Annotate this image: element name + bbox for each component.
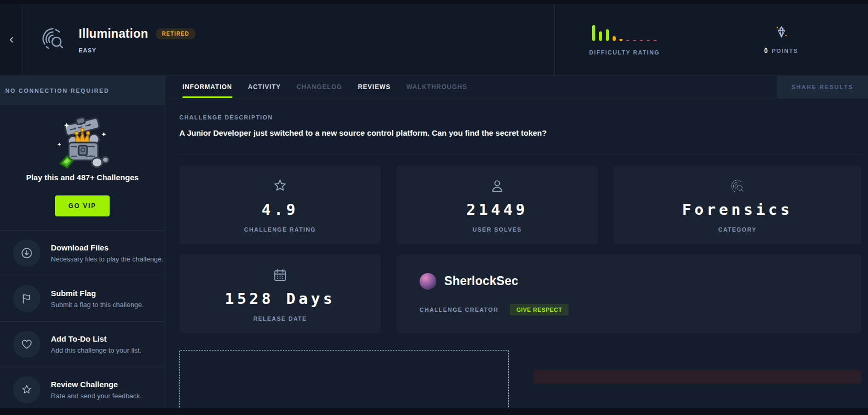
stat-card-release-date: 1528 Days RELEASE DATE bbox=[179, 255, 381, 333]
creator-name[interactable]: SherlockSec bbox=[444, 274, 518, 288]
alert-bar bbox=[533, 370, 861, 384]
sidebar-item-subtitle: Add this challenge to your list. bbox=[51, 346, 142, 354]
user-icon bbox=[489, 178, 506, 196]
points-value: 0POINTS bbox=[764, 47, 798, 54]
fingerprint-search-icon bbox=[729, 178, 746, 196]
sidebar-item-subtitle: Necessary files to play the challenge. bbox=[51, 255, 164, 263]
description-label: CHALLENGE DESCRIPTION bbox=[179, 114, 861, 121]
stat-card-solves: 21449 USER SOLVES bbox=[397, 166, 598, 244]
difficulty-label: EASY bbox=[79, 47, 196, 53]
review-placeholder-box bbox=[179, 350, 509, 415]
chevron-left-icon bbox=[8, 36, 15, 43]
reviews-row bbox=[179, 350, 861, 415]
star-icon bbox=[13, 376, 40, 403]
stats-row-1: 4.9 CHALLENGE RATING 21449 USER SOLVES bbox=[179, 166, 861, 244]
stat-label: USER SOLVES bbox=[473, 226, 522, 233]
main-panel: INFORMATION ACTIVITY CHANGELOG REVIEWS W… bbox=[165, 76, 868, 415]
challenge-title: Illumination bbox=[79, 27, 148, 41]
back-button[interactable] bbox=[0, 4, 23, 75]
gem-icon bbox=[775, 25, 788, 41]
difficulty-rating-label: DIFFICULTY RATING bbox=[589, 49, 660, 56]
creator-label: CHALLENGE CREATOR bbox=[420, 307, 498, 313]
stat-value: 4.9 bbox=[262, 201, 298, 219]
creator-card: SherlockSec CHALLENGE CREATOR GIVE RESPE… bbox=[397, 255, 861, 333]
sidebar-item-download-files[interactable]: Download Files Necessary files to play t… bbox=[0, 231, 165, 276]
creator-avatar[interactable] bbox=[420, 273, 436, 290]
challenge-header: Illumination RETIRED EASY DIFFICULTY RAT… bbox=[0, 4, 868, 76]
difficulty-rating-section: DIFFICULTY RATING bbox=[554, 4, 694, 75]
sidebar-item-submit-flag[interactable]: Submit Flag Submit a flag to this challe… bbox=[0, 276, 165, 322]
points-number: 0 bbox=[764, 47, 768, 54]
points-section: 0POINTS bbox=[694, 4, 868, 75]
tab-walkthroughs[interactable]: WALKTHROUGHS bbox=[406, 76, 467, 98]
vip-promo-text: Play this and 487+ Challenges bbox=[26, 173, 139, 182]
challenge-identity: Illumination RETIRED EASY bbox=[23, 4, 554, 75]
stat-value: 21449 bbox=[466, 201, 528, 219]
sidebar-item-title: Add To-Do List bbox=[51, 334, 142, 343]
stat-card-category: Forensics CATEGORY bbox=[614, 166, 861, 244]
challenge-page: Illumination RETIRED EASY DIFFICULTY RAT… bbox=[0, 0, 868, 415]
give-respect-button[interactable]: GIVE RESPECT bbox=[510, 304, 568, 315]
tab-changelog[interactable]: CHANGELOG bbox=[296, 76, 342, 98]
vip-promo: Play this and 487+ Challenges GO VIP bbox=[0, 105, 165, 231]
sidebar: NO CONNECTION REQUIRED bbox=[0, 76, 165, 415]
points-text: POINTS bbox=[771, 48, 798, 54]
description-section: CHALLENGE DESCRIPTION A Junior Developer… bbox=[179, 99, 861, 155]
download-icon bbox=[13, 239, 40, 267]
stat-value: Forensics bbox=[682, 201, 792, 219]
go-vip-button[interactable]: GO VIP bbox=[55, 195, 109, 216]
stat-label: CHALLENGE RATING bbox=[244, 226, 316, 233]
sidebar-item-add-todo[interactable]: Add To-Do List Add this challenge to you… bbox=[0, 322, 165, 367]
sidebar-item-review-challenge[interactable]: Review Challenge Rate and send your feed… bbox=[0, 367, 165, 413]
stat-card-rating: 4.9 CHALLENGE RATING bbox=[179, 166, 381, 244]
treasure-chest-illustration bbox=[51, 112, 114, 169]
tab-information[interactable]: INFORMATION bbox=[183, 76, 232, 98]
tab-reviews[interactable]: REVIEWS bbox=[358, 76, 390, 98]
flag-icon bbox=[13, 285, 40, 312]
calendar-icon bbox=[272, 267, 288, 286]
description-text: A Junior Developer just switched to a ne… bbox=[179, 128, 861, 137]
title-block: Illumination RETIRED EASY bbox=[79, 27, 196, 53]
tab-activity[interactable]: ACTIVITY bbox=[248, 76, 281, 98]
sidebar-item-subtitle: Submit a flag to this challenge. bbox=[51, 301, 144, 309]
difficulty-rating-chart bbox=[592, 24, 657, 41]
retired-badge: RETIRED bbox=[156, 28, 196, 39]
sidebar-item-title: Download Files bbox=[51, 243, 164, 252]
stat-value: 1528 Days bbox=[224, 290, 335, 308]
bottom-edge-strip bbox=[0, 408, 868, 415]
tab-bar: INFORMATION ACTIVITY CHANGELOG REVIEWS W… bbox=[165, 76, 868, 99]
sidebar-item-title: Submit Flag bbox=[51, 289, 144, 298]
fingerprint-search-icon bbox=[39, 25, 67, 55]
share-results-button[interactable]: SHARE RESULTS bbox=[777, 76, 868, 98]
sidebar-item-subtitle: Rate and send your feedback. bbox=[51, 392, 142, 400]
heart-icon bbox=[13, 331, 40, 358]
connection-banner: NO CONNECTION REQUIRED bbox=[0, 76, 165, 105]
top-edge-strip bbox=[0, 0, 868, 4]
stat-label: RELEASE DATE bbox=[253, 315, 307, 322]
stats-row-2: 1528 Days RELEASE DATE SherlockSec CHALL… bbox=[179, 255, 861, 333]
stat-label: CATEGORY bbox=[718, 226, 756, 233]
star-icon bbox=[272, 178, 288, 196]
sidebar-item-title: Review Challenge bbox=[51, 380, 142, 389]
